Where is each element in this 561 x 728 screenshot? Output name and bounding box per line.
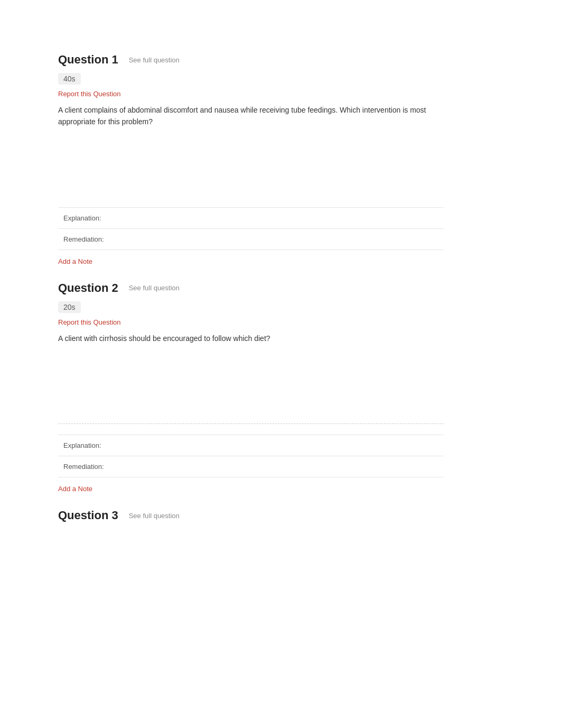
question-1-see-full[interactable]: See full question xyxy=(129,56,180,64)
question-2-add-note[interactable]: Add a Note xyxy=(58,485,444,493)
question-3-answer-area xyxy=(58,529,444,592)
question-2-text: A client with cirrhosis should be encour… xyxy=(58,333,444,344)
question-2-divider xyxy=(58,423,444,424)
question-2-explanation-label: Explanation: xyxy=(63,441,127,449)
question-block-2: Question 2 See full question 20s Report … xyxy=(58,281,444,493)
question-2-remediation-label: Remediation: xyxy=(63,463,127,471)
question-1-header: Question 1 See full question xyxy=(58,53,444,67)
question-2-header: Question 2 See full question xyxy=(58,281,444,295)
question-1-remediation-row: Remediation: xyxy=(58,228,444,250)
question-1-text: A client complains of abdominal discomfo… xyxy=(58,104,444,128)
question-1-explanation-row: Explanation: xyxy=(58,207,444,228)
question-1-report-link[interactable]: Report this Question xyxy=(58,90,444,98)
question-2-report-link[interactable]: Report this Question xyxy=(58,318,444,326)
question-block-3: Question 3 See full question xyxy=(58,509,444,592)
question-1-title: Question 1 xyxy=(58,53,118,67)
question-3-title: Question 3 xyxy=(58,509,118,522)
question-2-title: Question 2 xyxy=(58,281,118,295)
question-3-header: Question 3 See full question xyxy=(58,509,444,522)
question-1-answer-area xyxy=(58,139,444,202)
question-1-remediation-label: Remediation: xyxy=(63,235,127,243)
question-2-answer-area xyxy=(58,355,444,418)
question-1-timer: 40s xyxy=(58,73,81,85)
question-3-see-full[interactable]: See full question xyxy=(129,512,180,520)
question-block-1: Question 1 See full question 40s Report … xyxy=(58,53,444,265)
question-2-timer: 20s xyxy=(58,301,81,313)
question-2-remediation-row: Remediation: xyxy=(58,456,444,477)
question-2-explanation-row: Explanation: xyxy=(58,435,444,456)
question-2-see-full[interactable]: See full question xyxy=(129,284,180,292)
page-container: Question 1 See full question 40s Report … xyxy=(0,0,475,640)
question-1-explanation-label: Explanation: xyxy=(63,214,127,222)
question-1-add-note[interactable]: Add a Note xyxy=(58,257,444,265)
